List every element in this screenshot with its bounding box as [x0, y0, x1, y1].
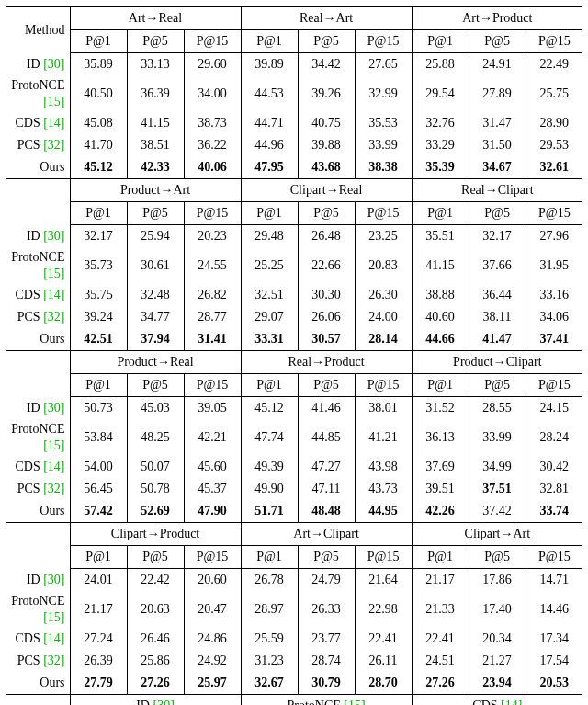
val: 50.07	[127, 456, 184, 478]
metric-p15: P@15	[526, 374, 582, 397]
ref-link[interactable]: [30]	[43, 229, 64, 243]
val: 21.33	[412, 591, 469, 628]
ref-link[interactable]: [14]	[43, 460, 64, 473]
val: 44.95	[355, 500, 412, 523]
val: 24.92	[184, 650, 241, 672]
val: 34.06	[526, 306, 582, 328]
val: 27.26	[127, 672, 184, 695]
row-id: ID [30] 35.8933.1329.60 39.8934.4227.65 …	[6, 53, 582, 76]
ref-link[interactable]: [32]	[43, 482, 64, 495]
method-ours: Ours	[6, 500, 70, 523]
val: 32.17	[70, 225, 127, 248]
val: 38.38	[355, 156, 412, 179]
val: 30.30	[298, 284, 355, 306]
ref-link[interactable]: [30]	[43, 57, 64, 71]
metric-p5: P@5	[298, 546, 355, 569]
avg-cds-label: CDS [14]	[412, 695, 582, 706]
val: 34.00	[184, 75, 241, 112]
val: 28.14	[355, 328, 412, 351]
val: 24.86	[184, 628, 241, 650]
val: 31.95	[526, 247, 582, 284]
val: 37.41	[526, 328, 582, 351]
task-real-art: Real→Art	[241, 6, 412, 30]
ref-link[interactable]: [15]	[344, 699, 365, 705]
val: 26.11	[355, 650, 412, 672]
val: 33.31	[241, 328, 298, 351]
ref-link[interactable]: [15]	[43, 267, 64, 280]
val: 28.77	[184, 306, 241, 328]
row-pcs: PCS [32] 41.7038.5136.22 44.9639.8833.99…	[6, 134, 582, 156]
val: 42.33	[127, 156, 184, 179]
method-pcs: PCS [32]	[6, 134, 70, 156]
method-ours: Ours	[6, 672, 70, 695]
ref-link[interactable]: [32]	[43, 654, 64, 667]
metric-p5: P@5	[469, 202, 526, 225]
method-ours: Ours	[6, 156, 70, 179]
val: 45.60	[184, 456, 241, 478]
val: 20.83	[355, 247, 412, 284]
ref-link[interactable]: [15]	[43, 610, 64, 624]
metric-p1: P@1	[412, 202, 469, 225]
ref-link[interactable]: [14]	[43, 631, 64, 645]
val: 32.76	[412, 112, 469, 134]
val: 33.74	[526, 500, 582, 523]
ref-link[interactable]: [15]	[43, 95, 64, 108]
results-table: Method Art→Real Real→Art Art→Product P@1…	[6, 6, 582, 705]
metric-p5: P@5	[469, 30, 526, 53]
row-pcs: PCS [32] 39.2434.7728.77 29.0726.0624.00…	[6, 306, 582, 328]
val: 40.50	[70, 75, 127, 112]
val: 21.27	[469, 650, 526, 672]
val: 40.06	[184, 156, 241, 179]
ref-link[interactable]: [14]	[501, 699, 522, 705]
row-protonce: ProtoNCE [15] 40.5036.3934.00 44.5339.26…	[6, 75, 582, 112]
row-cds: CDS [14] 54.0050.0745.60 49.3947.2743.98…	[6, 456, 582, 478]
val: 40.75	[298, 112, 355, 134]
metric-row-block4: P@1P@5P@15 P@1P@5P@15 P@1P@5P@15	[6, 546, 582, 569]
ref-link[interactable]: [32]	[43, 138, 64, 152]
method-id: ID [30]	[6, 397, 70, 420]
val: 38.01	[355, 397, 412, 420]
val: 42.51	[70, 328, 127, 351]
ref-link[interactable]: [30]	[153, 699, 174, 705]
val: 25.97	[184, 672, 241, 695]
avg-pn-label: ProtoNCE [15]	[241, 695, 412, 706]
val: 22.49	[526, 53, 582, 76]
val: 28.55	[469, 397, 526, 420]
blank-cell	[6, 523, 70, 569]
val: 32.17	[469, 225, 526, 248]
val: 43.68	[298, 156, 355, 179]
task-clipart-product: Clipart→Product	[70, 523, 241, 546]
row-protonce: ProtoNCE [15] 35.7330.6124.55 25.2522.66…	[6, 247, 582, 284]
ref-link[interactable]: [14]	[43, 116, 64, 130]
ref-link[interactable]: [30]	[43, 401, 64, 415]
ref-link[interactable]: [14]	[43, 288, 64, 301]
val: 29.54	[412, 75, 469, 112]
val: 23.77	[298, 628, 355, 650]
val: 49.90	[241, 478, 298, 500]
val: 44.85	[298, 419, 355, 456]
val: 26.06	[298, 306, 355, 328]
val: 39.24	[70, 306, 127, 328]
val: 28.70	[355, 672, 412, 695]
ref-link[interactable]: [30]	[43, 573, 64, 586]
metric-p5: P@5	[298, 374, 355, 397]
val: 20.34	[469, 628, 526, 650]
task-clipart-art: Clipart→Art	[412, 523, 582, 546]
val: 28.74	[298, 650, 355, 672]
val: 45.03	[127, 397, 184, 420]
val: 30.79	[298, 672, 355, 695]
ref-link[interactable]: [15]	[43, 438, 64, 452]
metric-p15: P@15	[184, 202, 241, 225]
metric-p1: P@1	[70, 374, 127, 397]
task-real-product: Real→Product	[241, 351, 412, 374]
header-row-block1: Method Art→Real Real→Art Art→Product	[6, 6, 582, 30]
row-ours: Ours 42.5137.9431.41 33.3130.5728.14 44.…	[6, 328, 582, 351]
val: 29.53	[526, 134, 582, 156]
ref-link[interactable]: [32]	[43, 310, 64, 324]
val: 27.89	[469, 75, 526, 112]
val: 24.00	[355, 306, 412, 328]
blank-cell	[6, 179, 70, 225]
val: 47.11	[298, 478, 355, 500]
val: 45.08	[70, 112, 127, 134]
val: 26.48	[298, 225, 355, 248]
